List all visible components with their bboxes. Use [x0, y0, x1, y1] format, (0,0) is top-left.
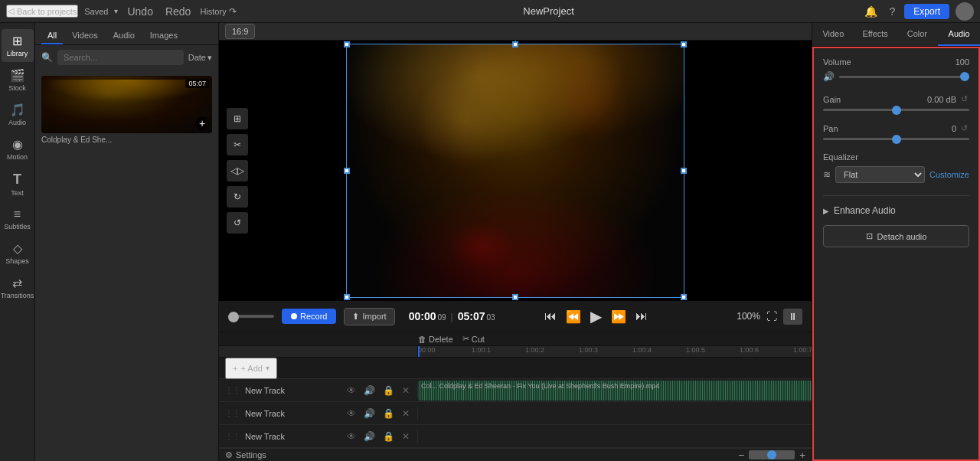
total-frames: 03	[487, 313, 495, 322]
pan-value: 0	[952, 124, 956, 133]
fast-forward-button[interactable]: ⏩	[609, 308, 628, 325]
track-delete-button-3[interactable]: ✕	[400, 430, 411, 443]
delete-button[interactable]: 🗑 Delete	[418, 335, 453, 344]
skip-to-start-button[interactable]: ⏮	[543, 308, 558, 325]
track-delete-button-1[interactable]: ✕	[400, 384, 411, 397]
tab-color[interactable]: Color	[897, 23, 939, 46]
resize-handle-middle-right[interactable]	[681, 168, 687, 174]
enhance-audio-label: Enhance Audio	[834, 205, 896, 216]
import-button[interactable]: ⬆ Import	[344, 308, 394, 325]
track-lock-button-1[interactable]: 🔒	[381, 384, 396, 397]
track-lock-button-3[interactable]: 🔒	[381, 430, 396, 443]
search-input[interactable]	[57, 50, 184, 65]
equalizer-section: Equalizer ≋ Flat Customize	[823, 152, 969, 183]
media-thumbnail[interactable]: 05:07 +	[41, 76, 212, 133]
zoom-slider[interactable]	[749, 450, 795, 459]
tab-video[interactable]: Video	[812, 23, 854, 46]
fullscreen-button[interactable]: ⛶	[766, 310, 777, 322]
sidebar-item-transitions[interactable]: ⇄ Transitions	[2, 271, 34, 304]
resize-handle-top-right[interactable]	[681, 41, 687, 47]
track-delete-button-2[interactable]: ✕	[400, 407, 411, 420]
sidebar-item-motion[interactable]: ◉ Motion	[2, 132, 34, 165]
skip-to-end-button[interactable]: ⏭	[634, 308, 649, 325]
zoom-in-button[interactable]: +	[799, 450, 805, 461]
sidebar-item-text[interactable]: T Text	[2, 167, 34, 201]
flip-tool-button[interactable]: ◁▷	[227, 160, 248, 181]
sidebar-item-subtitles[interactable]: ≡ Subtitles	[2, 203, 34, 235]
saved-dropdown-icon[interactable]: ▾	[114, 7, 118, 15]
resize-handle-bottom-right[interactable]	[681, 294, 687, 300]
date-label: Date	[188, 53, 206, 62]
volume-slider[interactable]	[839, 76, 969, 78]
detach-audio-button[interactable]: ⊡ Detach audio	[823, 225, 969, 247]
pause-toggle-button[interactable]: ⏸	[783, 309, 802, 325]
volume-section: Volume 100 🔊	[823, 57, 969, 82]
redo-button[interactable]: Redo	[162, 4, 194, 19]
record-button[interactable]: Record	[282, 309, 336, 324]
resize-handle-middle-left[interactable]	[344, 168, 350, 174]
audio-clip-1[interactable]: Col... Coldplay & Ed Sheeran - Fix You (…	[418, 381, 812, 401]
timeline-controls: Record ⬆ Import 00:00 09 | 05:07 03 ⏮ ⏪ …	[219, 301, 812, 332]
delete-label: Delete	[429, 335, 453, 344]
gain-slider[interactable]	[823, 109, 969, 111]
track-visibility-button-1[interactable]: 👁	[345, 384, 358, 397]
track-mute-button-1[interactable]: 🔊	[362, 384, 377, 397]
rotate-left-button[interactable]: ↺	[227, 212, 248, 234]
detach-audio-label: Detach audio	[877, 232, 927, 241]
zoom-out-button[interactable]: −	[738, 450, 744, 461]
equalizer-select[interactable]: Flat	[835, 166, 925, 183]
date-filter-button[interactable]: Date ▾	[188, 53, 212, 63]
track-name-2: New Track	[245, 409, 341, 418]
ruler-mark-3: 1:00:3	[579, 346, 598, 354]
resize-handle-top-left[interactable]	[344, 41, 350, 47]
notifications-button[interactable]: 🔔	[861, 4, 880, 19]
customize-equalizer-link[interactable]: Customize	[929, 170, 969, 179]
undo-button[interactable]: Undo	[124, 4, 155, 19]
avatar[interactable]	[956, 2, 974, 21]
sidebar-item-stock[interactable]: 🎬 Stock	[2, 64, 34, 96]
drag-handle-icon[interactable]: ⋮⋮	[225, 409, 240, 417]
track-lock-button-2[interactable]: 🔒	[381, 407, 396, 420]
zoom-level: 100%	[737, 311, 760, 322]
drag-handle-icon[interactable]: ⋮⋮	[225, 386, 240, 394]
track-visibility-button-3[interactable]: 👁	[345, 430, 358, 443]
settings-button[interactable]: ⚙ Settings	[225, 450, 266, 460]
sidebar-item-shapes[interactable]: ◇ Shapes	[2, 237, 34, 270]
tab-audio[interactable]: Audio	[938, 23, 980, 46]
tab-videos[interactable]: Videos	[66, 28, 103, 44]
help-button[interactable]: ?	[887, 4, 899, 19]
pan-reset-button[interactable]: ↺	[959, 123, 969, 133]
fit-tool-button[interactable]: ⊞	[227, 108, 248, 129]
resize-handle-bottom-left[interactable]	[344, 294, 350, 300]
track-visibility-button-2[interactable]: 👁	[345, 407, 358, 420]
add-chevron-icon: ▾	[266, 364, 270, 372]
resize-handle-top-middle[interactable]	[512, 41, 518, 47]
back-button[interactable]: ◁ Back to projects	[6, 5, 78, 18]
tab-all[interactable]: All	[41, 28, 63, 44]
aspect-ratio-button[interactable]: 16:9	[225, 24, 255, 39]
tab-effects[interactable]: Effects	[854, 23, 897, 46]
sidebar-item-library[interactable]: ⊞ Library	[2, 29, 34, 62]
add-track-button[interactable]: + + Add ▾	[225, 358, 277, 379]
gain-reset-button[interactable]: ↺	[959, 94, 969, 104]
playhead-knob[interactable]	[228, 312, 239, 322]
drag-handle-icon[interactable]: ⋮⋮	[225, 432, 240, 440]
tab-audio[interactable]: Audio	[107, 28, 141, 44]
media-add-button[interactable]: +	[195, 116, 209, 130]
resize-handle-bottom-middle[interactable]	[512, 294, 518, 300]
cut-button[interactable]: ✂ Cut	[462, 334, 485, 344]
tab-images[interactable]: Images	[144, 28, 184, 44]
history-button[interactable]: History ↷	[200, 6, 236, 17]
crop-tool-button[interactable]: ✂	[227, 134, 248, 155]
enhance-audio-header[interactable]: ▶ Enhance Audio	[823, 205, 969, 216]
rotate-right-button[interactable]: ↻	[227, 186, 248, 208]
rewind-button[interactable]: ⏪	[564, 308, 583, 325]
play-button[interactable]: ▶	[589, 306, 603, 327]
track-mute-button-3[interactable]: 🔊	[362, 430, 377, 443]
export-button[interactable]: Export	[904, 4, 949, 19]
ruler-mark-6: 1:00:6	[740, 346, 759, 354]
pan-slider[interactable]	[823, 138, 969, 140]
track-mute-button-2[interactable]: 🔊	[362, 407, 377, 420]
sidebar-item-audio[interactable]: 🎵 Audio	[2, 98, 34, 131]
media-search-bar: 🔍 Date ▾	[35, 45, 218, 70]
